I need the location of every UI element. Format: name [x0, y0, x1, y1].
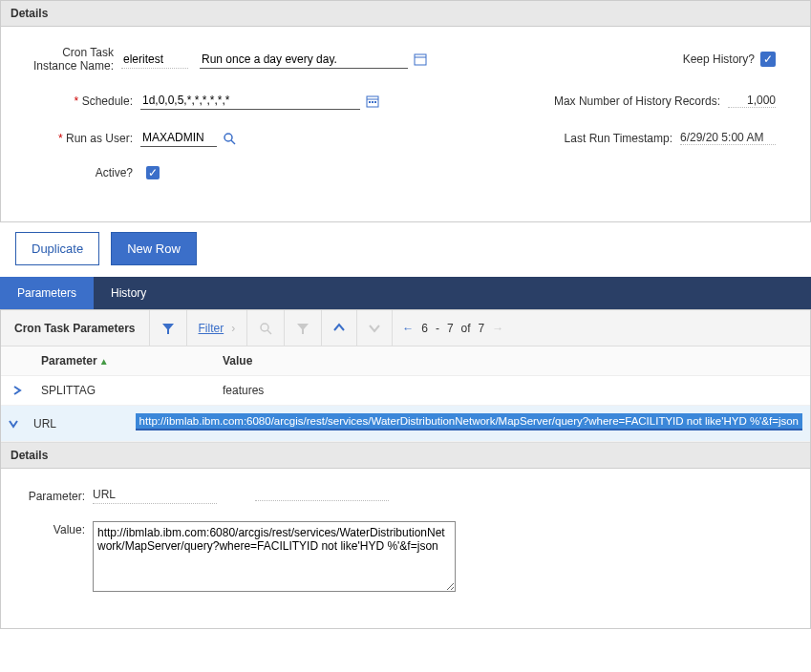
param-name: URL	[26, 410, 128, 438]
svg-rect-6	[374, 101, 376, 103]
page-end: 7	[447, 322, 454, 335]
column-header-value[interactable]: Value	[215, 346, 810, 375]
param-name: SPLITTAG	[33, 376, 215, 405]
detail-value-textarea[interactable]	[93, 521, 456, 592]
table-row[interactable]: SPLITTAG features	[1, 376, 810, 406]
description-field[interactable]	[200, 51, 408, 69]
detail-value-label: Value:	[16, 521, 93, 536]
table-row[interactable]: URL http://ibmlab.ibm.com:6080/arcgis/re…	[1, 406, 810, 442]
param-value[interactable]: http://ibmlab.ibm.com:6080/arcgis/rest/s…	[128, 406, 810, 441]
max-history-field[interactable]: 1,000	[728, 94, 776, 108]
new-row-button[interactable]: New Row	[111, 232, 197, 265]
clear-filter-icon	[284, 310, 321, 346]
max-history-label: Max Number of History Records:	[554, 94, 720, 108]
page-next-icon: →	[492, 322, 503, 335]
tab-parameters[interactable]: Parameters	[0, 277, 94, 309]
schedule-field[interactable]	[140, 92, 360, 110]
param-value: features	[215, 376, 810, 405]
move-up-icon[interactable]	[321, 310, 356, 346]
filter-link[interactable]: Filter ›	[186, 310, 247, 346]
keep-history-checkbox[interactable]: ✓	[760, 52, 776, 67]
tab-bar: Parameters History	[0, 277, 811, 309]
keep-history-label: Keep History?	[683, 52, 755, 66]
move-down-icon	[356, 310, 392, 346]
detail-parameter-blank	[255, 488, 389, 501]
cron-details-panel: Details Cron Task Instance Name: Keep Hi…	[0, 0, 811, 222]
detail-parameter-value: URL	[93, 488, 217, 504]
lookup-user-icon[interactable]	[223, 132, 236, 145]
parameter-details-panel: Details Parameter: URL Value:	[1, 442, 810, 628]
active-checkbox[interactable]: ✓	[146, 166, 160, 179]
detail-parameter-label: Parameter:	[16, 488, 93, 503]
filter-toggle-icon[interactable]	[149, 310, 186, 346]
svg-marker-9	[162, 324, 174, 334]
run-as-user-field[interactable]	[140, 129, 217, 147]
parameters-table: Cron Task Parameters Filter › ← 6 - 7 of…	[0, 309, 811, 629]
schedule-label: Schedule:	[16, 94, 140, 108]
active-label: Active?	[16, 166, 140, 179]
parameter-details-header: Details	[1, 443, 810, 469]
collapse-row-icon[interactable]	[1, 411, 26, 436]
svg-line-8	[231, 140, 235, 144]
svg-point-7	[224, 134, 232, 141]
details-header: Details	[1, 1, 810, 27]
url-value-field[interactable]: http://ibmlab.ibm.com:6080/arcgis/rest/s…	[136, 413, 802, 430]
instance-name-field[interactable]	[121, 51, 188, 69]
schedule-picker-icon[interactable]	[366, 94, 379, 108]
svg-marker-12	[297, 324, 309, 334]
tab-history[interactable]: History	[94, 277, 163, 309]
last-run-label: Last Run Timestamp:	[565, 132, 672, 145]
parameters-table-title: Cron Task Parameters	[1, 322, 149, 335]
search-icon	[246, 310, 284, 346]
svg-point-10	[261, 324, 268, 331]
sort-asc-icon: ▲	[99, 356, 109, 367]
duplicate-button[interactable]: Duplicate	[15, 232, 99, 265]
long-description-icon[interactable]	[414, 52, 427, 66]
instance-name-label: Cron Task Instance Name:	[16, 46, 121, 73]
svg-rect-4	[369, 101, 371, 103]
svg-rect-0	[415, 54, 426, 65]
svg-line-11	[267, 330, 271, 334]
run-as-user-label: Run as User:	[16, 132, 140, 145]
page-prev-icon[interactable]: ←	[402, 322, 414, 335]
pagination: ← 6 - 7 of 7 →	[392, 310, 513, 346]
page-total: 7	[479, 322, 485, 335]
last-run-field: 6/29/20 5:00 AM	[680, 131, 776, 145]
column-header-parameter[interactable]: Parameter▲	[33, 346, 215, 375]
svg-rect-5	[372, 101, 373, 103]
page-start: 6	[421, 322, 428, 335]
expand-row-icon[interactable]	[1, 378, 33, 403]
